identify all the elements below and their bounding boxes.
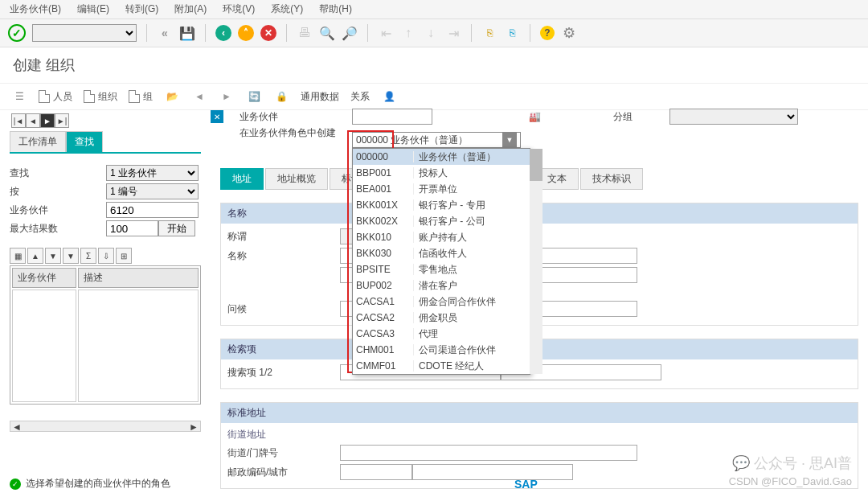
save-icon[interactable]: 💾 bbox=[179, 25, 195, 41]
first-page-icon: ⇤ bbox=[378, 25, 394, 41]
dropdown-item[interactable]: BKK010账户持有人 bbox=[353, 229, 530, 245]
command-field[interactable] bbox=[32, 24, 137, 42]
bp-header-input[interactable] bbox=[352, 109, 432, 125]
sum-icon[interactable]: Σ bbox=[80, 248, 96, 264]
next-record-icon[interactable]: ► bbox=[40, 113, 55, 128]
session-icon[interactable]: ⎘ bbox=[481, 25, 497, 41]
funnel-icon[interactable]: ▼ bbox=[63, 248, 79, 264]
first-record-icon[interactable]: |◄ bbox=[11, 113, 26, 128]
relations-button[interactable]: 关系 bbox=[350, 90, 370, 104]
street-input[interactable] bbox=[340, 445, 637, 461]
menu-extras[interactable]: 附加(A) bbox=[174, 2, 207, 16]
last-record-icon[interactable]: ►| bbox=[55, 113, 69, 128]
status-bar: ✓ 选择希望创建的商业伙伴中的角色 bbox=[10, 477, 170, 491]
shortcut-icon[interactable]: ⎘ bbox=[504, 25, 520, 41]
col-bp[interactable]: 业务伙伴 bbox=[12, 268, 76, 288]
city-input[interactable] bbox=[412, 464, 573, 480]
help-icon[interactable]: ? bbox=[540, 26, 555, 40]
bp-label: 业务伙伴 bbox=[10, 203, 106, 217]
dropdown-item[interactable]: CMMF01CDOTE 经纪人 bbox=[353, 358, 530, 374]
dropdown-item[interactable]: CACSA3代理 bbox=[353, 326, 530, 342]
back-dbl-icon[interactable]: « bbox=[157, 25, 173, 41]
prev-icon[interactable]: ◄ bbox=[191, 88, 207, 105]
dropdown-item[interactable]: BBP001投标人 bbox=[353, 165, 530, 181]
start-button[interactable]: 开始 bbox=[158, 220, 195, 236]
filter-toolbar: ▦ ▲ ▼ ▼ Σ ⇩ ⊞ bbox=[10, 248, 201, 264]
grouping-select[interactable] bbox=[669, 109, 798, 125]
table-row bbox=[12, 290, 199, 402]
cancel-button[interactable]: ✕ bbox=[260, 25, 276, 41]
menu-env[interactable]: 环境(V) bbox=[223, 2, 255, 16]
close-icon[interactable]: ✕ bbox=[211, 110, 223, 123]
max-input[interactable] bbox=[106, 220, 158, 236]
h-scrollbar[interactable]: ◄► bbox=[10, 421, 201, 432]
dropdown-item[interactable]: CHM001公司渠道合作伙伴 bbox=[353, 342, 530, 358]
prev-record-icon[interactable]: ◄ bbox=[26, 113, 40, 128]
dropdown-item[interactable]: CACSA2佣金职员 bbox=[353, 310, 530, 326]
menu-edit[interactable]: 编辑(E) bbox=[77, 2, 109, 16]
max-label: 最大结果数 bbox=[10, 222, 106, 236]
back-button[interactable]: ‹ bbox=[215, 25, 231, 41]
settings-icon[interactable]: ⚙ bbox=[561, 25, 577, 41]
menu-goto[interactable]: 转到(G) bbox=[125, 2, 158, 16]
role-dropdown: 000000业务伙伴（普通）BBP001投标人BEA001开票单位BKK001X… bbox=[352, 148, 530, 375]
tab-tech[interactable]: 技术标识 bbox=[580, 168, 643, 190]
layout-icon[interactable]: ⊞ bbox=[116, 248, 132, 264]
menu-help[interactable]: 帮助(H) bbox=[319, 2, 352, 16]
dropdown-item[interactable]: BPSITE零售地点 bbox=[353, 261, 530, 277]
role-select[interactable]: 000000 业务伙伴（普通） ▼ bbox=[352, 132, 521, 148]
org-button[interactable]: 组织 bbox=[84, 90, 117, 104]
dropdown-item[interactable]: BUP002潜在客户 bbox=[353, 277, 530, 294]
switch-icon[interactable]: 🔄 bbox=[246, 88, 262, 105]
create-in-label: 在业务伙伴角色中创建 bbox=[240, 126, 336, 140]
grouping-label: 分组 bbox=[613, 110, 653, 124]
dropdown-item[interactable]: BKK001X银行客户 - 专用 bbox=[353, 197, 530, 213]
dropdown-scrollbar[interactable] bbox=[530, 149, 542, 374]
dropdown-item[interactable]: CACSA1佣金合同合作伙伴 bbox=[353, 294, 530, 310]
col-desc[interactable]: 描述 bbox=[78, 268, 199, 288]
tab-address[interactable]: 地址 bbox=[220, 168, 264, 190]
sort-asc-icon[interactable]: ▲ bbox=[27, 248, 43, 264]
postal-label: 邮政编码/城市 bbox=[227, 466, 340, 479]
document-icon bbox=[39, 90, 50, 103]
postal-input[interactable] bbox=[340, 464, 412, 480]
search-label: 查找 bbox=[10, 166, 106, 180]
dropdown-item[interactable]: 000000业务伙伴（普通） bbox=[353, 149, 530, 165]
lock-icon[interactable]: 🔒 bbox=[273, 88, 289, 105]
find-icon: 🔍 bbox=[319, 25, 335, 41]
chevron-down-icon[interactable]: ▼ bbox=[502, 133, 517, 147]
record-nav: |◄ ◄ ► ►| bbox=[11, 113, 69, 128]
filter-icon[interactable]: ▦ bbox=[10, 248, 26, 264]
sap-logo: SAP bbox=[514, 478, 538, 491]
bp-input[interactable] bbox=[106, 202, 199, 218]
assign-icon[interactable]: 👤 bbox=[381, 88, 397, 105]
general-data-button[interactable]: 通用数据 bbox=[301, 90, 339, 104]
open-icon[interactable]: 📂 bbox=[164, 88, 180, 105]
left-tabbar: 工作清单 查找 bbox=[10, 131, 201, 154]
name-label: 名称 bbox=[227, 249, 340, 263]
by-select[interactable]: 1 编号 bbox=[106, 183, 199, 199]
street-label: 街道/门牌号 bbox=[227, 446, 340, 460]
menu-bp[interactable]: 业务伙伴(B) bbox=[10, 2, 61, 16]
find-next-icon: 🔎 bbox=[342, 25, 358, 41]
person-button[interactable]: 人员 bbox=[39, 90, 72, 104]
export-icon[interactable]: ⇩ bbox=[98, 248, 114, 264]
enter-icon[interactable]: ✓ bbox=[8, 24, 26, 42]
main-toolbar: ✓ « 💾 ‹ ˄ ✕ 🖶 🔍 🔎 ⇤ ↑ ↓ ⇥ ⎘ ⎘ ? ⚙ bbox=[0, 19, 868, 47]
exit-button[interactable]: ˄ bbox=[238, 25, 254, 41]
next-page-icon: ↓ bbox=[423, 25, 439, 41]
status-ok-icon: ✓ bbox=[10, 479, 21, 490]
tab-search[interactable]: 查找 bbox=[66, 131, 103, 152]
group-button[interactable]: 组 bbox=[129, 90, 153, 104]
street-subheader: 街道地址 bbox=[227, 428, 851, 442]
menu-system[interactable]: 系统(Y) bbox=[271, 2, 303, 16]
tab-overview[interactable]: 地址概览 bbox=[265, 168, 328, 190]
search-select[interactable]: 1 业务伙伴 bbox=[106, 165, 199, 181]
dropdown-item[interactable]: BEA001开票单位 bbox=[353, 181, 530, 197]
next-icon[interactable]: ► bbox=[219, 88, 235, 105]
sort-desc-icon[interactable]: ▼ bbox=[45, 248, 61, 264]
dropdown-item[interactable]: BKK030信函收件人 bbox=[353, 245, 530, 261]
tab-worklist[interactable]: 工作清单 bbox=[10, 131, 66, 152]
dropdown-item[interactable]: BKK002X银行客户 - 公司 bbox=[353, 213, 530, 229]
menu-toggle-icon[interactable]: ☰ bbox=[11, 88, 27, 105]
